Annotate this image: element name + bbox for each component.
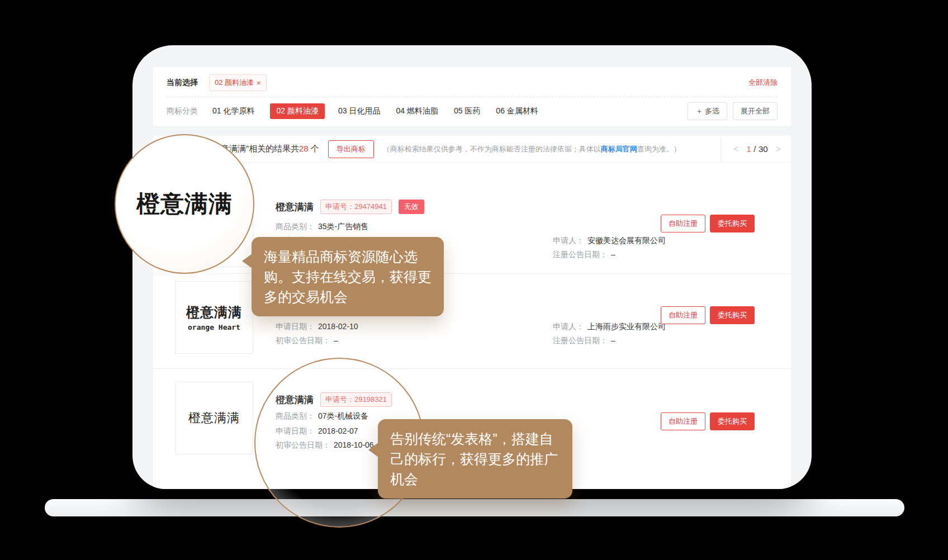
field-value: 2018-02-10: [318, 322, 358, 331]
trademark-name[interactable]: 橙意满满: [276, 201, 314, 213]
pagination: < 1 / 30 >: [721, 136, 791, 163]
filter-panel: 当前选择 02 颜料油漆 × 全部清除 商标分类 01 化学原料 02 颜料油漆…: [153, 67, 791, 126]
row-actions: 自助注册 委托购买: [661, 412, 755, 430]
results-header: 为您检索到“橙意满满”相关的结果共28 个 导出商标 （商标检索结果仅供参考，不…: [153, 136, 791, 163]
tooltip-arrow-left-icon: [242, 254, 252, 268]
row-actions: 自助注册 委托购买: [661, 215, 755, 232]
field-label: 注册公告日期：: [553, 250, 608, 259]
field-apply-date: 申请日期：2018-02-10申请人：上海雨步实业有限公司: [276, 322, 358, 332]
multi-select-button[interactable]: ＋ 多选: [688, 102, 727, 120]
magnified-trademark-text: 橙意满满: [136, 188, 233, 220]
field-applicant: 申请人：上海雨步实业有限公司: [553, 322, 666, 332]
export-trademarks-button[interactable]: 导出商标: [328, 140, 374, 158]
disclaimer-text: （商标检索结果仅供参考，不作为商标能否注册的法律依据；具体以商标局官网查询为准。…: [383, 144, 681, 154]
summary-suffix: 个: [309, 144, 319, 153]
current-page: 1: [747, 144, 751, 154]
self-register-button[interactable]: 自助注册: [661, 306, 705, 324]
trademark-image-subtext: orange Heart: [188, 323, 240, 331]
field-label: 申请日期：: [276, 322, 315, 331]
self-register-button[interactable]: 自助注册: [661, 412, 705, 430]
status-badge-invalid: 无效: [399, 200, 424, 214]
entrust-buy-button[interactable]: 委托购买: [710, 215, 755, 232]
application-number-tag: 申请号：29474941: [320, 200, 392, 214]
field-value: –: [334, 336, 338, 345]
category-item-05[interactable]: 05 医药: [454, 106, 480, 116]
field-label: 商品类别：: [276, 222, 315, 231]
trademark-office-link[interactable]: 商标局官网: [601, 145, 637, 153]
current-selection-row: 当前选择 02 颜料油漆 × 全部清除: [167, 73, 778, 93]
row-actions: 自助注册 委托购买: [661, 306, 755, 324]
trademark-image-text: 橙意满满: [188, 410, 240, 426]
next-page-icon[interactable]: >: [776, 144, 781, 154]
row-title-line: 橙意满满 申请号：29474941 无效: [276, 200, 424, 214]
field-label: 注册公告日期：: [553, 336, 608, 345]
self-register-button[interactable]: 自助注册: [661, 215, 705, 232]
prev-page-icon[interactable]: <: [733, 144, 738, 154]
field-register-notice-date: 注册公告日期：–: [553, 250, 615, 260]
disclaimer-prefix: （商标检索结果仅供参考，不作为商标能否注册的法律依据；具体以: [383, 145, 601, 153]
field-label: 申请人：: [553, 322, 584, 331]
tooltip-trade-resources: 海量精品商标资源随心选购。支持在线交易，获得更多的交易机会: [252, 237, 444, 316]
remove-filter-icon[interactable]: ×: [257, 79, 261, 87]
page-indicator: 1 / 30: [747, 144, 768, 154]
disclaimer-suffix: 查询为准。）: [637, 145, 681, 153]
stage: 当前选择 02 颜料油漆 × 全部清除 商标分类 01 化学原料 02 颜料油漆…: [0, 0, 948, 560]
field-first-notice-date: 初审公告日期：–注册公告日期：–: [276, 336, 338, 346]
category-item-04[interactable]: 04 燃料油脂: [396, 106, 438, 116]
field-value: 上海雨步实业有限公司: [587, 322, 666, 331]
field-value: –: [611, 250, 615, 259]
trademark-image-2[interactable]: 橙意满满 orange Heart: [175, 281, 253, 354]
field-category: 商品类别：35类-广告销售: [276, 222, 368, 232]
trademark-image-3[interactable]: 橙意满满: [175, 382, 253, 454]
selected-filter-tag[interactable]: 02 颜料油漆 ×: [209, 74, 267, 91]
total-pages: 30: [759, 144, 768, 154]
result-row-2: 橙意满满 orange Heart 橙意满满 申请号：29482153 已注册 …: [153, 274, 791, 369]
field-label: 初审公告日期：: [276, 336, 330, 345]
field-register-notice-date: 注册公告日期：–: [553, 336, 615, 346]
application-number-value: 29474941: [354, 202, 387, 211]
results-count: 28: [299, 144, 309, 153]
tooltip-promotion: 告别传统“发表格”，搭建自己的标行，获得更多的推广机会: [378, 419, 572, 499]
trademark-image-text: 橙意满满: [186, 303, 242, 321]
tooltip-text: 告别传统“发表格”，搭建自己的标行，获得更多的推广机会: [390, 431, 558, 487]
field-value: 安徽美达会展有限公司: [587, 236, 666, 245]
field-value: 35类-广告销售: [318, 222, 368, 231]
field-value: –: [611, 336, 615, 345]
field-label: 申请人：: [553, 236, 584, 245]
category-item-02-selected[interactable]: 02 颜料油漆: [270, 103, 324, 119]
category-item-03[interactable]: 03 日化用品: [338, 106, 380, 116]
selected-filter-tag-label: 02 颜料油漆: [215, 78, 254, 88]
filter-divider: [167, 97, 778, 97]
expand-all-button[interactable]: 展开全部: [733, 102, 778, 120]
device-base-bar: [45, 499, 904, 516]
tooltip-arrow-left-icon: [368, 443, 378, 457]
clear-all-button[interactable]: 全部清除: [748, 78, 778, 88]
current-selection-label: 当前选择: [167, 78, 198, 88]
entrust-buy-button[interactable]: 委托购买: [710, 412, 755, 430]
field-applicant: 申请人：安徽美达会展有限公司: [553, 236, 666, 246]
category-row: 商标分类 01 化学原料 02 颜料油漆 03 日化用品 04 燃料油脂 05 …: [167, 102, 778, 121]
page-separator: /: [753, 144, 756, 154]
category-item-01[interactable]: 01 化学原料: [212, 106, 254, 116]
magnifier-circle-trademark: 橙意满满: [115, 134, 254, 274]
category-row-label: 商标分类: [167, 106, 198, 116]
tooltip-text: 海量精品商标资源随心选购。支持在线交易，获得更多的交易机会: [264, 249, 432, 305]
entrust-buy-button[interactable]: 委托购买: [710, 306, 755, 324]
application-number-label: 申请号：: [325, 202, 354, 211]
category-item-06[interactable]: 06 金属材料: [496, 106, 538, 116]
